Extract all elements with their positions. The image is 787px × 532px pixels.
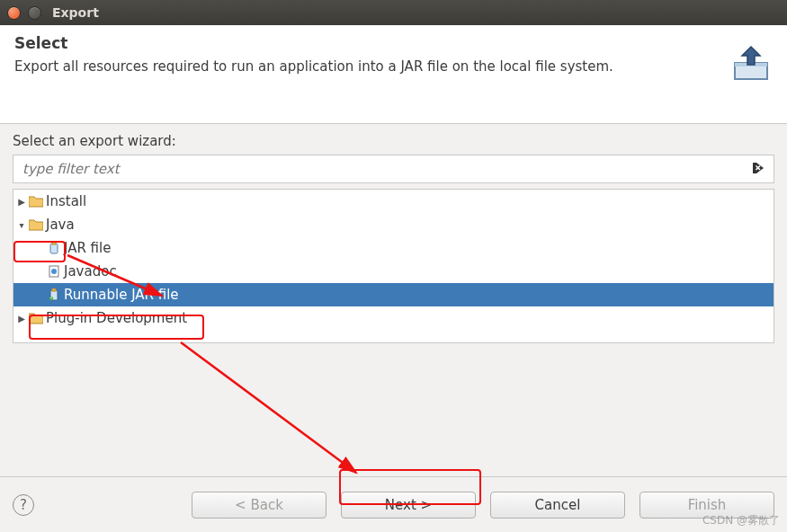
tree-item-install[interactable]: ▶ Install xyxy=(13,190,774,213)
page-title: Select xyxy=(14,34,773,52)
filter-input[interactable] xyxy=(21,160,752,178)
tree-item-jar-file[interactable]: JAR file xyxy=(13,236,774,260)
window-title: Export xyxy=(52,5,99,20)
tree-item-label: Javadoc xyxy=(64,263,117,279)
tree-item-runnable-jar[interactable]: Runnable JAR file xyxy=(13,283,774,306)
folder-icon xyxy=(28,195,44,208)
watermark: CSDN @雾散了 xyxy=(702,513,780,528)
tree-item-label: Plug-in Development xyxy=(46,310,187,326)
tree-item-javadoc[interactable]: Javadoc xyxy=(13,260,774,283)
next-button[interactable]: Next > xyxy=(341,492,476,519)
page-description: Export all resources required to run an … xyxy=(14,58,680,75)
window-titlebar: Export xyxy=(0,0,787,25)
wizard-select-label: Select an export wizard: xyxy=(13,133,774,149)
svg-rect-2 xyxy=(50,244,58,253)
back-button[interactable]: < Back xyxy=(192,492,326,519)
tree-item-label: Runnable JAR file xyxy=(64,287,179,303)
wizard-tree[interactable]: ▶ Install ▾ Java JAR file Javadoc xyxy=(13,189,774,343)
clear-filter-icon[interactable] xyxy=(752,162,766,176)
tree-item-label: Install xyxy=(46,193,86,209)
caret-icon: ▶ xyxy=(17,314,26,324)
annotation-arrow-2 xyxy=(176,338,374,491)
help-button[interactable]: ? xyxy=(13,494,34,516)
svg-rect-3 xyxy=(52,242,56,244)
window-close-button[interactable] xyxy=(7,6,21,20)
window-minimize-button[interactable] xyxy=(28,6,41,20)
folder-icon xyxy=(28,312,44,324)
svg-line-10 xyxy=(181,342,356,473)
tree-item-plugin-dev[interactable]: ▶ Plug-in Development xyxy=(13,306,774,330)
tree-item-java[interactable]: ▾ Java xyxy=(13,213,774,236)
dialog-body: Select an export wizard: ▶ Install ▾ Jav… xyxy=(0,124,787,343)
svg-point-5 xyxy=(51,269,57,274)
dialog-header: Select Export all resources required to … xyxy=(0,25,787,124)
tree-item-label: JAR file xyxy=(64,240,111,256)
jar-icon xyxy=(46,242,62,254)
doc-icon xyxy=(46,265,62,278)
filter-field[interactable] xyxy=(13,155,774,183)
jar-icon xyxy=(46,288,62,301)
dialog-footer: ? < Back Next > Cancel Finish xyxy=(0,476,787,532)
svg-rect-7 xyxy=(52,288,56,291)
folder-icon xyxy=(28,218,44,231)
help-icon: ? xyxy=(20,497,27,513)
export-icon xyxy=(731,43,771,86)
cancel-button[interactable]: Cancel xyxy=(490,492,625,519)
tree-item-label: Java xyxy=(46,217,75,233)
caret-icon: ▾ xyxy=(17,220,26,230)
caret-icon: ▶ xyxy=(17,197,26,207)
